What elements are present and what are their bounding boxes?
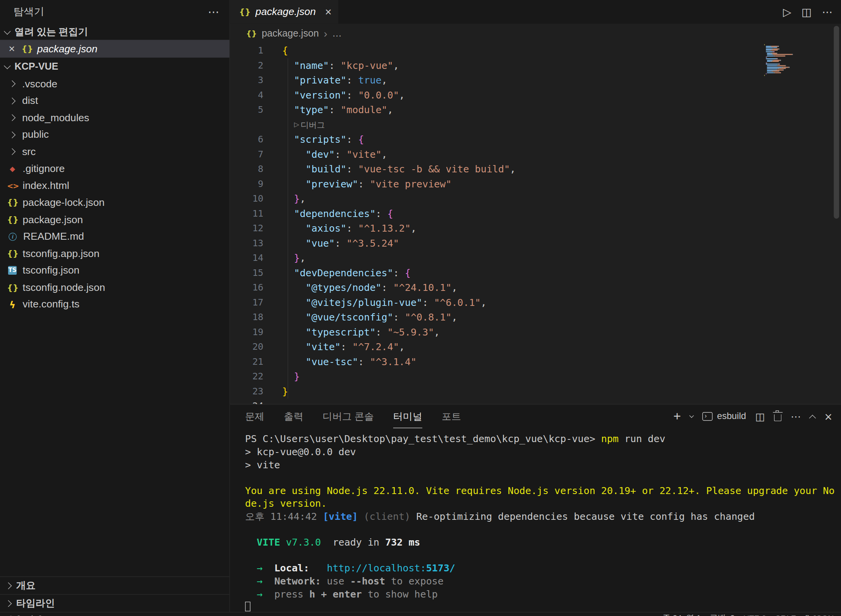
panel-tab-디버그 콘솔[interactable]: 디버그 콘솔 [323, 404, 374, 428]
breadcrumb-symbol-more[interactable]: … [332, 28, 342, 39]
code-line-12[interactable]: 12 "axios": "^1.13.2", [230, 221, 841, 236]
code-line-23[interactable]: 23} [230, 384, 841, 399]
code-editor[interactable]: 1{2 "name": "kcp-vue",3 "private": true,… [230, 43, 841, 404]
minimap-line [764, 76, 798, 77]
panel-tab-터미널[interactable]: 터미널 [393, 404, 422, 428]
status-item[interactable]: 공백: 2 [709, 613, 734, 616]
tree-file-index.html[interactable]: <>index.html [0, 177, 229, 194]
code-line-8[interactable]: 8 "build": "vue-tsc -b && vite build", [230, 162, 841, 177]
line-number: 22 [230, 369, 264, 384]
panel-tab-포트[interactable]: 포트 [442, 404, 461, 428]
new-terminal-button[interactable]: + [673, 409, 681, 424]
close-editor-icon[interactable]: × [7, 43, 17, 55]
timeline-section-header[interactable]: 타임라인 [0, 594, 229, 612]
tree-file-.gitignore[interactable]: ◆.gitignore [0, 160, 229, 177]
code-line-21[interactable]: 21 "vue-tsc": "^3.1.4" [230, 354, 841, 369]
code-line-1[interactable]: 1{ [230, 43, 841, 58]
code-line-20[interactable]: 20 "vite": "^7.2.4", [230, 339, 841, 354]
status-item[interactable]: CRLF [775, 613, 796, 616]
tree-file-tsconfig.app.json[interactable]: {}tsconfig.app.json [0, 245, 229, 262]
explorer-more-actions-icon[interactable]: ⋯ [208, 5, 220, 18]
terminal-link[interactable]: 5173/ [426, 563, 455, 574]
code-line-13[interactable]: 13 "vue": "^3.5.24" [230, 236, 841, 251]
minimap-mark [779, 71, 779, 72]
line-text: "preview": "vite preview" [282, 177, 452, 192]
open-editor-item-package-json[interactable]: × {} package.json [0, 40, 229, 58]
run-button[interactable]: ▷ [783, 5, 791, 18]
status-error-count[interactable]: ⊘0 [8, 613, 21, 616]
terminal-link[interactable]: http://localhost: [327, 563, 426, 574]
project-root-header[interactable]: KCP-VUE [0, 58, 229, 75]
maximize-panel-icon[interactable] [809, 414, 816, 421]
tree-item-label: dist [22, 95, 38, 107]
code-line-16[interactable]: 16 "@types/node": "^24.10.1", [230, 280, 841, 295]
breadcrumb-file[interactable]: package.json [262, 28, 319, 39]
code-line-3[interactable]: 3 "private": true, [230, 73, 841, 88]
status-item[interactable]: UTF-8 [743, 613, 766, 616]
code-line-4[interactable]: 4 "version": "0.0.0", [230, 88, 841, 103]
status-item[interactable]: 줄 24, 열 1 [662, 613, 701, 616]
tree-item-label: .gitignore [23, 163, 65, 175]
code-line-5[interactable]: 5 "type": "module", [230, 102, 841, 117]
terminal-line: 오후 11:44:42 [vite] (client) Re-optimizin… [245, 510, 837, 523]
line-text: "dependencies": { [282, 206, 393, 221]
terminal-profile-dropdown-icon[interactable] [689, 413, 694, 418]
line-text: "@vue/tsconfig": "^0.8.1", [282, 310, 457, 325]
code-line-9[interactable]: 9 "preview": "vite preview" [230, 177, 841, 192]
minimap-line [764, 68, 798, 69]
terminal-tab-esbuild[interactable]: esbuild [703, 411, 746, 422]
editor-more-actions-icon[interactable]: ⋯ [822, 5, 833, 18]
code-line-19[interactable]: 19 "typescript": "~5.9.3", [230, 325, 841, 340]
split-editor-icon[interactable]: ◫ [801, 5, 811, 18]
close-panel-icon[interactable]: × [824, 411, 833, 422]
tree-folder-src[interactable]: src [0, 143, 229, 160]
line-text: "private": true, [282, 73, 387, 88]
indent-guide [288, 58, 288, 399]
minimap-mark [764, 65, 767, 66]
codelens-debug[interactable]: ▷디버그 [230, 117, 841, 132]
kill-terminal-icon[interactable] [774, 414, 782, 421]
code-line-24[interactable]: 24 [230, 399, 841, 404]
status-item[interactable]: {} JSON [804, 613, 834, 616]
code-line-15[interactable]: 15 "devDependencies": { [230, 265, 841, 280]
minimap-mark [779, 48, 779, 50]
split-terminal-icon[interactable]: ◫ [755, 411, 765, 422]
tree-folder-node_modules[interactable]: node_modules [0, 109, 229, 126]
code-line-11[interactable]: 11 "dependencies": { [230, 206, 841, 221]
tab-package-json[interactable]: {} package.json × [230, 0, 338, 24]
code-line-17[interactable]: 17 "@vitejs/plugin-vue": "^6.0.1", [230, 295, 841, 310]
tree-file-tsconfig.node.json[interactable]: {}tsconfig.node.json [0, 279, 229, 296]
outline-section-header[interactable]: 개요 [0, 576, 229, 594]
terminal-more-actions-icon[interactable]: ⋯ [791, 411, 801, 422]
code-line-7[interactable]: 7 "dev": "vite", [230, 147, 841, 162]
code-line-18[interactable]: 18 "@vue/tsconfig": "^0.8.1", [230, 310, 841, 325]
tree-folder-.vscode[interactable]: .vscode [0, 75, 229, 92]
close-tab-icon[interactable]: × [325, 5, 332, 18]
tree-file-README.md[interactable]: iREADME.md [0, 228, 229, 245]
tree-file-package-lock.json[interactable]: {}package-lock.json [0, 194, 229, 211]
code-line-22[interactable]: 22 } [230, 369, 841, 384]
code-line-2[interactable]: 2 "name": "kcp-vue", [230, 58, 841, 73]
panel-tab-출력[interactable]: 출력 [284, 404, 303, 428]
tree-file-tsconfig.json[interactable]: TStsconfig.json [0, 262, 229, 279]
code-line-10[interactable]: 10 }, [230, 191, 841, 206]
terminal-content[interactable]: PS C:\Users\user\Desktop\pay_test\test_d… [245, 432, 837, 612]
open-editors-section-header[interactable]: 열려 있는 편집기 [0, 24, 229, 40]
minimap[interactable] [764, 44, 798, 78]
minimap-line [764, 53, 798, 54]
minimap-mark [776, 47, 777, 48]
minimap-mark [785, 65, 786, 66]
code-line-6[interactable]: 6 "scripts": { [230, 132, 841, 147]
minimap-mark [775, 55, 785, 57]
editor-scrollbar[interactable] [834, 26, 839, 219]
tree-folder-public[interactable]: public [0, 126, 229, 143]
tree-folder-dist[interactable]: dist [0, 92, 229, 109]
line-number: 16 [230, 280, 264, 295]
code-line-14[interactable]: 14 }, [230, 250, 841, 265]
line-number: 1 [230, 43, 264, 58]
tree-file-vite.config.ts[interactable]: ϟvite.config.ts [0, 296, 229, 313]
status-warning-count[interactable]: ⚠0 [28, 613, 42, 616]
explorer-title: 탐색기 [13, 5, 44, 19]
panel-tab-문제[interactable]: 문제 [245, 404, 264, 428]
tree-file-package.json[interactable]: {}package.json [0, 211, 229, 228]
